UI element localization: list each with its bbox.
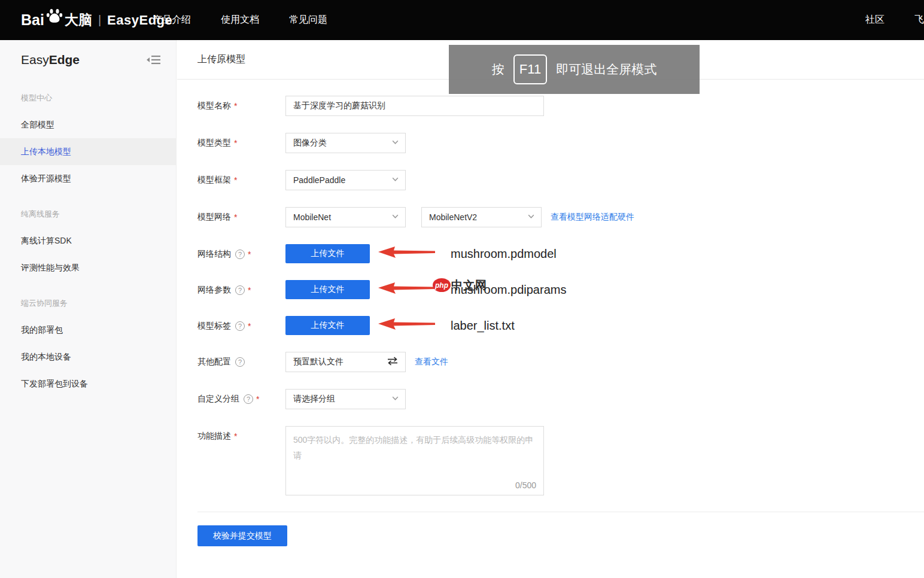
baidu-easyedge-logo[interactable]: Bai 大脑 | EasyEdge [0,11,172,29]
upload-model-form: 模型名称 * 模型类型 * 图像分类 [177,80,924,546]
required-asterisk: * [248,250,251,259]
nav-item-docs[interactable]: 使用文档 [221,14,259,26]
annotation-labellist-filename: laber_list.txt [451,319,515,333]
label-text: 网络结构 [197,249,231,260]
model-network-version-select[interactable]: MobileNetV2 [421,207,542,227]
sidebar-nav: 模型中心 全部模型 上传本地模型 体验开源模型 纯离线服务 离线计算SDK 评测… [0,80,176,397]
description-textarea[interactable] [286,427,543,495]
sidebar-item-all-models[interactable]: 全部模型 [0,111,176,138]
sidebar-item-offline-sdk[interactable]: 离线计算SDK [0,227,176,254]
preset-value: 预置默认文件 [293,357,344,367]
char-counter: 0/500 [515,480,536,490]
form-row-model-type: 模型类型 * 图像分类 [197,133,924,153]
custom-group-select[interactable]: 请选择分组 [285,389,406,409]
sidebar-collapse-icon[interactable] [146,52,162,68]
sidebar-item-my-deploy-packages[interactable]: 我的部署包 [0,317,176,343]
description-label: 功能描述 * [197,426,285,442]
network-params-label: 网络参数 ? * [197,280,285,296]
sidebar-item-try-open-source-model[interactable]: 体验开源模型 [0,165,176,192]
toast-suffix-text: 即可退出全屏模式 [556,61,656,78]
form-row-model-network: 模型网络 * MobileNet MobileNetV2 查看模型网络适配硬件 [197,207,924,227]
required-asterisk: * [234,101,237,111]
fullscreen-exit-toast: 按 F11 即可退出全屏模式 [449,45,700,94]
form-row-model-name: 模型名称 * [197,96,924,116]
annotation-arrow-left-icon [378,245,435,262]
top-navbar: Bai 大脑 | EasyEdge 产品介绍 使用文档 常见问题 社区 飞桨 [0,0,924,40]
form-row-custom-group: 自定义分组 ? * 请选择分组 [197,389,924,409]
help-icon[interactable]: ? [235,321,245,331]
nav-item-product-intro[interactable]: 产品介绍 [153,14,191,26]
chevron-down-icon [391,394,399,404]
upload-model-labels-button[interactable]: 上传文件 [285,316,370,335]
sidebar-item-my-local-devices[interactable]: 我的本地设备 [0,343,176,370]
select-value: MobileNetV2 [429,212,477,222]
chevron-down-icon [391,175,399,185]
sidebar-section-offline-service: 纯离线服务 [0,200,176,227]
logo-bai-text: Bai [21,11,44,29]
annotation-pdiparams-filename: php 中文网 mushroom.pdiparams [451,283,566,297]
model-type-select[interactable]: 图像分类 [285,133,406,153]
form-divider [197,512,924,512]
help-icon[interactable]: ? [235,357,245,367]
model-name-input[interactable] [285,96,544,116]
model-labels-label: 模型标签 ? * [197,316,285,331]
sidebar-item-evaluate-performance[interactable]: 评测性能与效果 [0,254,176,281]
description-textarea-wrap: 0/500 [285,426,544,495]
sidebar-title-edge: Edge [49,53,80,66]
form-row-model-framework: 模型框架 * PaddlePaddle [197,170,924,190]
label-text: 模型网络 [197,212,231,223]
swap-icon[interactable] [387,357,398,367]
logo-divider: | [98,13,101,27]
upload-network-params-button[interactable]: 上传文件 [285,280,370,299]
annotation-pdmodel-filename: mushroom.pdmodel [451,247,557,261]
model-name-label: 模型名称 * [197,96,285,111]
help-icon[interactable]: ? [235,285,245,295]
label-text: 网络参数 [197,285,231,296]
label-text: 模型类型 [197,138,231,148]
custom-group-label: 自定义分组 ? * [197,389,285,404]
view-file-link[interactable]: 查看文件 [415,357,448,367]
model-network-select[interactable]: MobileNet [285,207,406,227]
label-text: 功能描述 [197,431,231,442]
label-text: 模型标签 [197,321,231,331]
required-asterisk: * [234,138,237,148]
form-row-network-params: 网络参数 ? * 上传文件 php 中文网 mushroom.pdiparams [197,280,924,299]
main-content: 上传原模型 模型名称 * 模型类型 * [177,40,924,578]
help-icon[interactable]: ? [244,394,253,404]
chevron-down-icon [391,212,399,222]
screen: Bai 大脑 | EasyEdge 产品介绍 使用文档 常见问题 社区 飞桨 [0,0,924,578]
form-row-network-structure: 网络结构 ? * 上传文件 mushroom.pdmodel [197,244,924,263]
label-text: 其他配置 [197,357,231,367]
help-icon[interactable]: ? [235,250,245,259]
annotation-arrow-left-icon [378,317,435,334]
required-asterisk: * [248,321,251,331]
select-value: PaddlePaddle [293,175,345,185]
filename-text: mushroom.pdiparams [451,283,566,296]
required-asterisk: * [234,175,237,185]
nav-item-community[interactable]: 社区 [865,14,885,26]
model-framework-select[interactable]: PaddlePaddle [285,170,406,190]
label-text: 自定义分组 [197,394,239,404]
required-asterisk: * [256,394,259,404]
validate-and-submit-button[interactable]: 校验并提交模型 [197,525,287,546]
model-network-label: 模型网络 * [197,207,285,223]
label-text: 模型框架 [197,175,231,185]
preset-default-file-box[interactable]: 预置默认文件 [285,352,406,372]
baidu-paw-icon [45,7,63,27]
sidebar-item-upload-local-model[interactable]: 上传本地模型 [0,138,176,165]
logo-brain-text: 大脑 [65,11,92,29]
view-network-hardware-link[interactable]: 查看模型网络适配硬件 [551,212,634,223]
sidebar-title-easy: Easy [21,53,49,66]
select-value: 图像分类 [293,138,327,148]
nav-menu: 产品介绍 使用文档 常见问题 [153,14,327,26]
network-structure-label: 网络结构 ? * [197,244,285,260]
f11-key-badge: F11 [513,54,547,84]
sidebar-item-dispatch-package-to-device[interactable]: 下发部署包到设备 [0,370,176,397]
form-row-model-labels: 模型标签 ? * 上传文件 laber_list.txt [197,316,924,335]
sidebar-section-edge-cloud-service: 端云协同服务 [0,290,176,317]
nav-item-faq[interactable]: 常见问题 [289,14,327,26]
upload-network-structure-button[interactable]: 上传文件 [285,244,370,263]
form-row-description: 功能描述 * 0/500 [197,426,924,495]
php-logo-icon: php [433,278,451,292]
nav-item-paddle[interactable]: 飞桨 [914,14,924,26]
